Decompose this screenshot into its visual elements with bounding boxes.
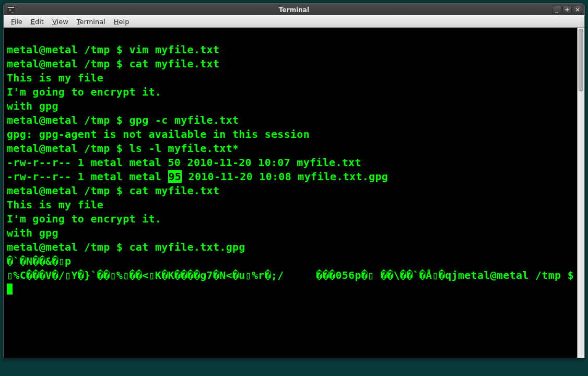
window-controls: _ + × [552,6,582,14]
menu-file[interactable]: File [7,17,27,27]
terminal-content[interactable]: metal@metal /tmp $ vim myfile.txt metal@… [4,28,577,312]
menubar: File Edit View Terminal Help [4,15,584,28]
binary-output: �`�N��&�▯p [7,255,71,267]
output-line: I'm going to encrypt it. [7,86,161,98]
menu-help[interactable]: Help [110,17,134,27]
prompt-line: metal@metal /tmp $ cat myfile.txt [7,57,219,70]
command: cat myfile.txt.gpg [130,241,245,253]
menu-terminal[interactable]: Terminal [73,17,110,27]
window-title: Terminal [279,6,309,14]
output-line: I'm going to encrypt it. [7,213,161,225]
output-line: This is my file [7,198,103,211]
ls-row: -rw-r--r-- 1 metal metal 50 2010-11-20 1… [7,156,361,169]
command: vim myfile.txt [130,43,220,56]
prompt-line: metal@metal /tmp $ cat myfile.txt.gpg [7,241,245,253]
output-line: with gpg [7,100,58,112]
close-button[interactable]: × [573,6,582,14]
terminal-body[interactable]: metal@metal /tmp $ vim myfile.txt metal@… [4,28,584,358]
command: cat myfile.txt [130,184,220,197]
prompt-symbol: $ [116,43,123,56]
command: cat myfile.txt [130,57,220,70]
ls-row: -rw-r--r-- 1 metal metal 95 2010-11-20 1… [7,170,388,183]
prompt-userhost: metal@metal [7,43,78,56]
command: gpg -c myfile.txt [130,114,239,126]
prompt-line: metal@metal /tmp $ vim myfile.txt [7,43,219,56]
cursor [7,284,13,295]
svg-text:>_: >_ [9,8,14,13]
prompt-wrapped: metal@metal /tmp $ [458,269,577,281]
output-line: with gpg [7,227,58,239]
titlebar[interactable]: >_ Terminal _ + × [4,4,584,15]
scrollbar-thumb[interactable] [579,29,583,91]
scrollbar[interactable] [577,28,584,358]
output-line: gpg: gpg-agent is not available in this … [7,128,310,140]
prompt-line: metal@metal /tmp $ ls -l myfile.txt* [7,142,239,155]
prompt-line: metal@metal /tmp $ cat myfile.txt [7,184,219,197]
maximize-button[interactable]: + [562,6,572,14]
highlighted-size: 95 [168,170,182,183]
command: ls -l myfile.txt* [130,142,239,155]
output-line: This is my file [7,72,103,84]
terminal-window: >_ Terminal _ + × File Edit View Termina… [3,3,585,358]
prompt-line: metal@metal /tmp $ gpg -c myfile.txt [7,114,239,126]
minimize-button[interactable]: _ [552,6,561,14]
menu-edit[interactable]: Edit [27,17,48,27]
app-icon: >_ [7,6,15,14]
menu-view[interactable]: View [48,17,73,27]
prompt-path: /tmp [84,43,110,56]
binary-output: ▯%C���V�/▯Y�}`��▯%▯��<▯K�K����g7�N<�u▯%r… [7,269,577,296]
